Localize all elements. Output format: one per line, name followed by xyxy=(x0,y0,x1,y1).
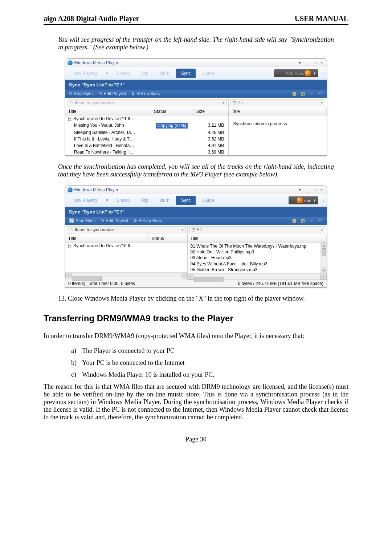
edit-playlist-button[interactable]: ✎ Edit Playlist xyxy=(99,91,126,96)
chevron-down-icon: ▾ xyxy=(321,228,323,232)
start-sync-button[interactable]: 🔄 Start Sync xyxy=(69,218,96,223)
col-size[interactable]: Size xyxy=(193,108,229,115)
status-right-text: 0 bytes / 245.71 MB (181.51 MB free spac… xyxy=(227,280,327,287)
header-product: aigo A208 Digital Audio Player xyxy=(44,15,139,23)
tab-library[interactable]: Library xyxy=(112,69,136,78)
wmp1-sync-header: Sync "Sync List" to "E:\" xyxy=(65,80,327,90)
tab-burn[interactable]: Burn xyxy=(155,69,174,78)
wmp2-sync-header: Sync "Sync List" to "E:\" xyxy=(65,207,327,217)
msn-butterfly-icon xyxy=(297,197,303,203)
paragraph-2: Once the synchronisation has completed, … xyxy=(58,163,334,178)
wmp1-titlebar: Windows Media Player ▾ _ □ × xyxy=(65,59,327,67)
scroll-right-button[interactable]: › xyxy=(320,274,327,280)
list-item[interactable]: 02 Hold On - Wilson Phillips.mp3 xyxy=(191,249,318,255)
scroll-down-button[interactable]: ▾ xyxy=(321,268,327,273)
close-button[interactable]: × xyxy=(319,60,324,65)
msn-label: MSN Music xyxy=(285,72,304,76)
dropdown-arrow-icon[interactable]: ▼ xyxy=(103,71,111,76)
folder-icon: 🗀 xyxy=(69,100,74,105)
list-item[interactable]: 04 Eyes Without A Face - Idol, Billy.mp3 xyxy=(191,261,318,267)
tree-expand-icon[interactable]: + xyxy=(68,244,72,248)
col-title-right[interactable]: Title xyxy=(229,108,327,115)
header-manual: USER MANUAL xyxy=(295,15,348,23)
edit-playlist-button[interactable]: ✎ Edit Playlist xyxy=(101,218,128,223)
scroll-left-button[interactable]: ‹ xyxy=(65,273,72,278)
col-status[interactable]: Status xyxy=(151,108,193,115)
list-item-c: c)Windows Media Player 10 is installed o… xyxy=(71,371,334,379)
horizontal-scrollbar[interactable]: ‹ › xyxy=(65,272,187,278)
tab-now-playing[interactable]: Now Playing xyxy=(68,196,102,205)
col-title[interactable]: Title xyxy=(65,235,149,242)
scroll-thumb[interactable] xyxy=(72,276,102,281)
tab-library[interactable]: Library xyxy=(112,196,136,205)
list-item[interactable]: 05 Golden Brown - Stranglers.mp3 xyxy=(191,267,318,273)
minimize-button[interactable]: _ xyxy=(304,60,310,65)
close-button[interactable]: × xyxy=(319,187,324,192)
list-item[interactable]: Sleeping Satellite - Archer, Ta…4.26 MB xyxy=(65,129,228,136)
paragraph-1: You will see progress of the transfer on… xyxy=(58,36,334,51)
dropdown-arrow-icon[interactable]: ▾ xyxy=(297,187,303,192)
tab-rip[interactable]: Rip xyxy=(137,196,154,205)
minimize-button[interactable]: _ xyxy=(304,187,310,192)
folder-icon: 🗀 xyxy=(69,227,74,232)
chevron-down-icon: ▾ xyxy=(222,101,224,105)
tab-guide[interactable]: Guide xyxy=(197,69,219,78)
list-item[interactable]: Missing You - Waite, JohnCopying (31%)3.… xyxy=(65,122,228,129)
device-dropdown[interactable]: ⊟ E:\ ▾ xyxy=(230,99,325,106)
items-sync-dropdown[interactable]: 🗀Items to synchronize ▾ xyxy=(67,99,227,106)
setup-sync-button[interactable]: ⚙ Set up Sync xyxy=(131,91,160,96)
msn-music-box[interactable]: MSN Music ▼ xyxy=(274,69,318,77)
list-item[interactable]: If This Is It - Lewis, Huey & T…3.52 MB xyxy=(65,136,228,142)
view-icon-2[interactable]: ▤ xyxy=(300,218,306,223)
maximize-button[interactable]: □ xyxy=(311,60,317,65)
tab-now-playing[interactable]: Now Playing xyxy=(68,69,102,78)
view-icon-1[interactable]: ▦ xyxy=(291,218,297,223)
wmp1-title: Windows Media Player xyxy=(74,60,118,65)
list-item[interactable]: 01 Whole The Of The Moon The Waterboys -… xyxy=(191,243,318,249)
wmp2-right-list: 01 Whole The Of The Moon The Waterboys -… xyxy=(188,243,320,273)
wmp2-tabbar: Now Playing ▼ Library Rip Burn Sync Guid… xyxy=(65,194,327,207)
chevron-right-icon[interactable]: » xyxy=(320,198,324,203)
back-icon[interactable]: ↶ xyxy=(317,218,323,223)
tab-rip[interactable]: Rip xyxy=(137,69,154,78)
tab-sync[interactable]: Sync xyxy=(176,196,196,205)
chevron-down-icon: ▼ xyxy=(313,198,316,203)
items-sync-dropdown[interactable]: 🗀Items to synchronize ▾ xyxy=(67,226,186,233)
list-item[interactable]: Road To Nowhere - Talking H…3.69 MB xyxy=(65,149,228,155)
col-title-right[interactable]: Title xyxy=(188,235,327,242)
dropdown-arrow-icon[interactable]: ▼ xyxy=(103,198,111,203)
list-item[interactable]: Love Is A Battlefield - Benata…4.91 MB xyxy=(65,142,228,149)
scroll-right-button[interactable]: › xyxy=(181,273,187,278)
view-icon-1[interactable]: ▦ xyxy=(291,91,297,96)
step-13: 13. Close Windows Media Player by clicki… xyxy=(58,295,334,302)
delete-icon[interactable]: × xyxy=(309,91,314,96)
col-title[interactable]: Title xyxy=(65,108,151,115)
msn-music-box[interactable]: msn ▼ xyxy=(289,196,318,204)
vertical-scrollbar[interactable]: ▴ ▾ xyxy=(320,243,327,273)
wmp2-titlebar: Windows Media Player ▾ _ □ × xyxy=(65,186,327,194)
scroll-thumb[interactable] xyxy=(322,248,326,256)
chevron-right-icon[interactable]: » xyxy=(320,71,324,76)
setup-sync-button[interactable]: ⚙ Set up Sync xyxy=(133,218,162,223)
list-item[interactable]: +Synchronized to Device (11 It… xyxy=(65,115,228,122)
stop-sync-button[interactable]: ⊘ Stop Sync xyxy=(69,91,94,96)
scroll-thumb[interactable] xyxy=(194,277,224,282)
wmp1-list-body: +Synchronized to Device (11 It…Missing Y… xyxy=(65,115,228,155)
horizontal-scrollbar[interactable]: ‹ › xyxy=(188,273,327,280)
scroll-left-button[interactable]: ‹ xyxy=(188,274,194,280)
tab-guide[interactable]: Guide xyxy=(197,196,219,205)
device-dropdown[interactable]: ⊟ E:\ ▾ xyxy=(189,226,325,233)
list-item[interactable]: +Synchronized to Device (16 It… xyxy=(65,243,187,249)
col-status[interactable]: Status xyxy=(149,235,187,242)
maximize-button[interactable]: □ xyxy=(311,187,317,192)
scroll-up-button[interactable]: ▴ xyxy=(321,243,327,248)
section-heading: Transferring DRM9/WMA9 tracks to the Pla… xyxy=(44,313,334,323)
dropdown-arrow-icon[interactable]: ▾ xyxy=(297,60,303,65)
delete-icon[interactable]: × xyxy=(309,218,314,223)
back-icon[interactable]: ↶ xyxy=(317,91,323,96)
list-item[interactable]: 03 Alone - Heart.mp3 xyxy=(191,255,318,261)
tree-expand-icon[interactable]: + xyxy=(68,117,72,121)
tab-burn[interactable]: Burn xyxy=(155,196,174,205)
view-icon-2[interactable]: ▤ xyxy=(300,91,306,96)
tab-sync[interactable]: Sync xyxy=(176,69,196,78)
